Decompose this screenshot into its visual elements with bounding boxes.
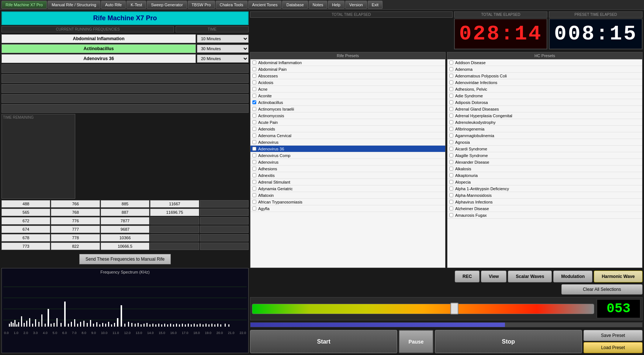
rife-list-item[interactable]: Actinomycosis bbox=[250, 112, 445, 119]
hc-list-item[interactable]: Alexander Disease bbox=[447, 159, 642, 166]
rife-list-item[interactable]: Abdominal Inflammation bbox=[250, 59, 445, 66]
rife-list-item[interactable]: Aflatoxin bbox=[250, 192, 445, 199]
rife-list-item[interactable]: African Trypanosomiasis bbox=[250, 199, 445, 205]
hc-list-item[interactable]: Alphavirus Infections bbox=[447, 199, 642, 205]
rife-list-item[interactable]: Adenoma Cervical bbox=[250, 132, 445, 139]
rife-list-item[interactable]: Acidosis bbox=[250, 79, 445, 86]
color-slider[interactable] bbox=[252, 304, 594, 314]
time-select-1[interactable]: 10 Minutes5 Minutes15 Minutes20 Minutes3… bbox=[197, 35, 249, 43]
rife-list-item[interactable]: Aconite bbox=[250, 93, 445, 99]
svg-rect-9 bbox=[18, 322, 19, 327]
rife-list-item[interactable]: Adenovirus 36 bbox=[250, 146, 445, 152]
nav-notes[interactable]: Notes bbox=[309, 1, 328, 9]
nav-version[interactable]: Version bbox=[345, 1, 367, 9]
nav-k-test[interactable]: K-Test bbox=[127, 1, 146, 9]
rec-button[interactable]: REC bbox=[455, 271, 479, 282]
modulation-button[interactable]: Modulation bbox=[553, 271, 592, 282]
hc-list-item[interactable]: Amaurosis Fugax bbox=[447, 212, 642, 219]
harmonic-wave-button[interactable]: Harmonic Wave bbox=[594, 271, 643, 282]
hc-preset-list[interactable]: Addison DiseaseAdenomaAdenomatous Polypo… bbox=[447, 59, 642, 268]
hc-list-item[interactable]: Alpha-Mannosidosis bbox=[447, 192, 642, 199]
rife-list-item[interactable]: Actinobacillus bbox=[250, 99, 445, 106]
hc-list-item[interactable]: Adenoma bbox=[447, 66, 642, 73]
nav-database[interactable]: Database bbox=[282, 1, 308, 9]
svg-rect-69 bbox=[202, 324, 204, 327]
hc-list-item[interactable]: Agammaglobulinemia bbox=[447, 132, 642, 139]
pause-button[interactable]: Pause bbox=[399, 330, 433, 353]
preset-name-8: . bbox=[1, 104, 249, 113]
slider-value-display: 053 bbox=[596, 299, 641, 319]
clear-all-button[interactable]: Clear All Selections bbox=[561, 284, 643, 295]
spectrum-svg bbox=[3, 276, 247, 331]
hc-list-item[interactable]: Adenomatous Polyposis Coli bbox=[447, 73, 642, 79]
rife-list-item[interactable]: Abdominal Pain bbox=[250, 66, 445, 73]
svg-rect-50 bbox=[146, 323, 148, 327]
nav-tbsw-pro[interactable]: TBSW Pro bbox=[188, 1, 215, 9]
hc-list-item[interactable]: Addison Disease bbox=[447, 59, 642, 66]
controls-top-row: REC View Scalar Waves Modulation Harmoni… bbox=[250, 271, 643, 282]
hc-list-item[interactable]: Alzheimer Disease bbox=[447, 205, 642, 212]
stop-button[interactable]: Stop bbox=[435, 330, 582, 353]
rife-list-item[interactable]: Adynamia Geriatric bbox=[250, 185, 445, 192]
hc-list-item[interactable]: Afibrinogenemia bbox=[447, 126, 642, 132]
hc-list-item[interactable]: Adenoviridae Infections bbox=[447, 79, 642, 86]
rife-list-item[interactable]: Acne bbox=[250, 86, 445, 93]
svg-rect-22 bbox=[56, 318, 58, 327]
hc-list-item[interactable]: Alagille Syndrome bbox=[447, 152, 642, 159]
rife-list-item[interactable]: Adenovirus bbox=[250, 139, 445, 146]
svg-rect-14 bbox=[32, 324, 33, 327]
nav-ancient-tones[interactable]: Ancient Tones bbox=[248, 1, 282, 9]
save-preset-button[interactable]: Save Preset bbox=[584, 330, 643, 341]
hc-list-item[interactable]: Alopecia bbox=[447, 179, 642, 185]
hc-list-item[interactable]: Alkaptonuria bbox=[447, 172, 642, 179]
hc-list-item[interactable]: Agnosia bbox=[447, 139, 642, 146]
send-frequencies-button[interactable]: Send These Frequencies to Manual Rife bbox=[79, 254, 171, 264]
svg-rect-21 bbox=[53, 323, 55, 327]
nav-exit[interactable]: Exit bbox=[368, 1, 382, 9]
rife-list-item[interactable]: Adenovirus bbox=[250, 159, 445, 166]
slider-thumb[interactable] bbox=[450, 303, 458, 314]
hc-list-item[interactable]: Adrenal Gland Diseases bbox=[447, 106, 642, 112]
time-select-3[interactable]: 20 Minutes5 Minutes10 Minutes15 Minutes3… bbox=[197, 55, 249, 63]
svg-rect-8 bbox=[16, 324, 17, 327]
nav-rife-machine[interactable]: Rife Machine X7 Pro bbox=[1, 1, 47, 9]
nav-manual-rife[interactable]: Manual Rife / Structuring bbox=[48, 1, 100, 9]
rife-list-item[interactable]: Acute Pain bbox=[250, 119, 445, 126]
presets-row: Rife Presets Abdominal InflammationAbdom… bbox=[250, 52, 643, 268]
hc-list-item[interactable]: Adrenoleukodystrophy bbox=[447, 119, 642, 126]
rife-list-item[interactable]: Actinomyces Israelii bbox=[250, 106, 445, 112]
nav-auto-rife[interactable]: Auto Rife bbox=[101, 1, 126, 9]
load-preset-button[interactable]: Load Preset bbox=[584, 342, 643, 353]
hc-list-item[interactable]: Adie Syndrome bbox=[447, 93, 642, 99]
time-select-2[interactable]: 30 Minutes5 Minutes10 Minutes15 Minutes2… bbox=[197, 45, 249, 53]
rife-list-item[interactable]: Adnexitis bbox=[250, 172, 445, 179]
svg-rect-25 bbox=[68, 324, 69, 327]
freq-c5r5 bbox=[200, 234, 249, 241]
slider-row: 053 bbox=[250, 297, 643, 320]
nav-help[interactable]: Help bbox=[328, 1, 344, 9]
hc-list-item[interactable]: Adhesions, Pelvic bbox=[447, 86, 642, 93]
rife-preset-list[interactable]: Abdominal InflammationAbdominal PainAbsc… bbox=[250, 59, 445, 268]
rife-list-item[interactable]: Agyfla bbox=[250, 205, 445, 212]
rife-list-item[interactable]: Abscesses bbox=[250, 73, 445, 79]
hc-list-item[interactable]: Aicardi Syndrome bbox=[447, 146, 642, 152]
hc-list-item[interactable]: Alkalosis bbox=[447, 166, 642, 172]
freq-c2r1: 766 bbox=[51, 200, 100, 208]
nav-sweep-gen[interactable]: Sweep Generator bbox=[147, 1, 187, 9]
rife-list-item[interactable]: Adenoids bbox=[250, 126, 445, 132]
scalar-waves-button[interactable]: Scalar Waves bbox=[508, 271, 552, 282]
svg-rect-64 bbox=[188, 324, 189, 327]
rife-list-item[interactable]: Adhesions bbox=[250, 166, 445, 172]
freq-c2r5: 778 bbox=[51, 234, 100, 241]
view-button[interactable]: View bbox=[481, 271, 506, 282]
nav-chakra[interactable]: Chakra Tools bbox=[216, 1, 247, 9]
rife-list-item[interactable]: Adrenal Stimulant bbox=[250, 179, 445, 185]
hc-list-item[interactable]: Alpha 1-Antitrypsin Deficiency bbox=[447, 185, 642, 192]
hc-list-item[interactable]: Adiposis Dolorosa bbox=[447, 99, 642, 106]
freq-c4r4 bbox=[150, 226, 199, 233]
hc-list-item[interactable]: Adrenal Hyperplasia Congenital bbox=[447, 112, 642, 119]
rife-list-item[interactable]: Adenovirus Comp bbox=[250, 152, 445, 159]
svg-rect-26 bbox=[71, 322, 72, 327]
start-button[interactable]: Start bbox=[250, 330, 397, 353]
svg-rect-55 bbox=[161, 324, 162, 327]
